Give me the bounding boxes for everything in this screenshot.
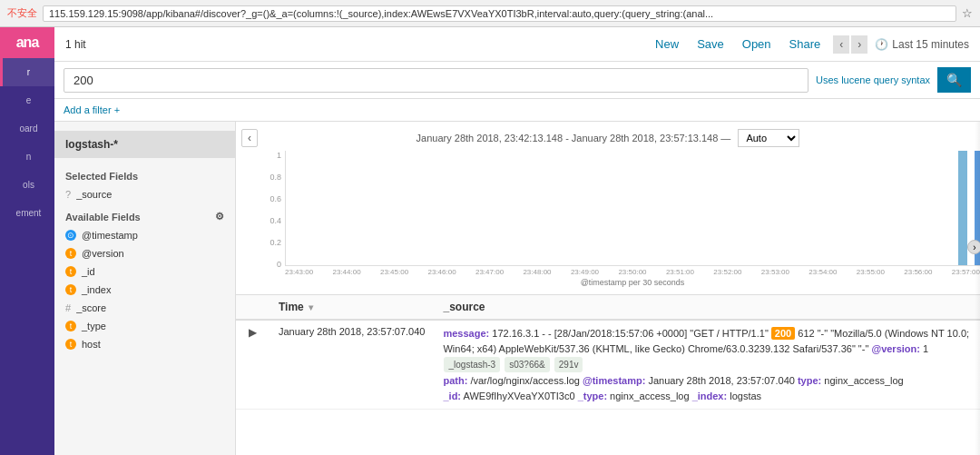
- available-fields-title: Available Fields ⚙: [54, 203, 235, 226]
- y-axis-02: 0.2: [270, 238, 281, 247]
- interval-select[interactable]: Auto Second Minute Hour: [738, 129, 799, 147]
- browser-icons: ☆: [962, 6, 973, 20]
- browser-bar: 不安全 115.159.129.15:9098/app/kibana#/disc…: [0, 0, 980, 27]
- y-axis-1: 1: [277, 151, 281, 160]
- search-button[interactable]: 🔍: [937, 67, 971, 93]
- field-item-index[interactable]: t _index: [54, 281, 235, 299]
- field-item-timestamp[interactable]: ⊙ @timestamp: [54, 226, 235, 244]
- version-label: @version:: [871, 343, 920, 354]
- field-name: host: [82, 339, 101, 350]
- search-input[interactable]: [64, 68, 808, 93]
- x-label: 23:53:00: [761, 268, 789, 276]
- clock-icon: 🕐: [875, 38, 888, 51]
- time-column-header[interactable]: Time ▾: [270, 295, 434, 320]
- scroll-indicator: [975, 122, 980, 455]
- share-button[interactable]: Share: [784, 35, 827, 54]
- path-label: path:: [443, 375, 467, 386]
- expand-button[interactable]: ▶: [245, 326, 260, 339]
- x-label: 23:50:00: [618, 268, 646, 276]
- sidebar-item-label: oard: [19, 124, 37, 134]
- x-label: 23:55:00: [857, 268, 885, 276]
- settings-icon[interactable]: ⚙: [215, 211, 224, 223]
- field-item-source[interactable]: ? _source: [54, 185, 235, 203]
- app-logo: ana: [0, 27, 54, 58]
- x-label: 23:56:00: [904, 268, 932, 276]
- filter-bar: Add a filter +: [54, 99, 980, 122]
- sidebar-item-label: n: [26, 152, 32, 162]
- y-axis-08: 0.8: [270, 173, 281, 182]
- x-label: 23:43:00: [285, 268, 313, 276]
- x-label: 23:52:00: [713, 268, 741, 276]
- field-type-indicator: ?: [65, 189, 71, 200]
- sidebar-item-management[interactable]: ement: [0, 199, 54, 227]
- sort-icon: ▾: [309, 302, 313, 312]
- type2-label: _type:: [578, 391, 607, 401]
- field-type-text: t: [65, 248, 76, 259]
- results-table: Time ▾ _source ▶ January: [236, 295, 980, 410]
- sidebar-item-devtools[interactable]: ols: [0, 171, 54, 199]
- field-name: @version: [82, 248, 124, 259]
- sidebar-item-dashboard[interactable]: oard: [0, 114, 54, 143]
- save-button[interactable]: Save: [691, 35, 730, 54]
- prev-button[interactable]: ‹: [833, 35, 849, 54]
- message-label: message:: [443, 328, 489, 339]
- field-item-version[interactable]: t @version: [54, 244, 235, 262]
- index-value: logstas: [730, 391, 761, 401]
- field-type-text: t: [65, 339, 76, 350]
- sidebar-item-discover[interactable]: r: [0, 58, 54, 86]
- type-label: type:: [798, 375, 821, 386]
- browser-url[interactable]: 115.159.129.15:9098/app/kibana#/discover…: [43, 5, 956, 22]
- y-axis-04: 0.4: [270, 216, 281, 225]
- x-label: 23:54:00: [808, 268, 837, 276]
- field-item-host[interactable]: t host: [54, 335, 235, 353]
- table-row: ▶ January 28th 2018, 23:57:07.040 messag…: [236, 320, 980, 410]
- index-pattern[interactable]: logstash-*: [54, 131, 235, 158]
- field-name: _score: [76, 302, 106, 313]
- sidebar-item-label: ement: [16, 208, 42, 218]
- sidebar-item-visualize[interactable]: e: [0, 86, 54, 114]
- time-range[interactable]: 🕐 Last 15 minutes: [875, 38, 969, 51]
- x-label: 23:48:00: [523, 268, 551, 276]
- timestamp-value: January 28th 2018, 23:57:07.040: [648, 375, 798, 386]
- sidebar-item-label: ols: [23, 180, 34, 190]
- chart-bar: [958, 151, 967, 265]
- field-type-text: t: [65, 321, 76, 331]
- x-label: 23:51:00: [666, 268, 694, 276]
- new-button[interactable]: New: [650, 35, 684, 54]
- id-label: _id:: [443, 391, 461, 401]
- field-item-id[interactable]: t _id: [54, 262, 235, 281]
- chart-area: ‹ January 28th 2018, 23:42:13.148 - Janu…: [236, 122, 980, 295]
- left-panel: logstash-* Selected Fields ? _source Ava…: [54, 122, 236, 455]
- open-button[interactable]: Open: [737, 35, 777, 54]
- id-value: AWE9fIhyXVeaYX0TI3c0: [463, 391, 577, 401]
- search-bar: Uses lucene query syntax 🔍: [54, 62, 980, 99]
- x-label: 23:44:00: [332, 268, 360, 276]
- version-value: 1: [923, 343, 928, 354]
- type-value: nginx_access_log: [824, 375, 903, 386]
- lucene-hint: Uses lucene query syntax: [816, 74, 930, 85]
- add-filter-button[interactable]: Add a filter +: [64, 104, 120, 115]
- y-axis-06: 0.6: [270, 194, 281, 203]
- field-name: _source: [76, 189, 112, 200]
- status-badge: 200: [771, 327, 795, 340]
- x-label: 23:46:00: [427, 268, 456, 276]
- app-sidebar: ana r e oard n ols ement: [0, 27, 54, 455]
- field-name: _id: [82, 266, 95, 277]
- security-label: 不安全: [7, 6, 37, 20]
- message-value: 172.16.3.1 - - [28/Jan/2018:15:57:06 +00…: [492, 328, 771, 339]
- selected-fields-title: Selected Fields: [54, 163, 235, 185]
- timestamp-label: @timestamp:: [583, 375, 645, 386]
- field-name: @timestamp: [82, 230, 138, 241]
- toolbar: 1 hit New Save Open Share ‹ › 🕐 Last 15 …: [54, 27, 980, 62]
- nav-arrows: ‹ ›: [833, 35, 867, 54]
- results-area: Time ▾ _source ▶ January: [236, 295, 980, 455]
- path-value: /var/log/nginx/access.log: [470, 375, 583, 386]
- field-item-score[interactable]: # _score: [54, 299, 235, 317]
- type2-value: nginx_access_log: [610, 391, 692, 401]
- expand-panel-button[interactable]: ›: [967, 240, 980, 254]
- next-button[interactable]: ›: [851, 35, 867, 54]
- field-type-text: t: [65, 284, 76, 295]
- sidebar-item-timelion[interactable]: n: [0, 143, 54, 171]
- chart-collapse-button[interactable]: ‹: [241, 129, 258, 147]
- field-item-type[interactable]: t _type: [54, 317, 235, 335]
